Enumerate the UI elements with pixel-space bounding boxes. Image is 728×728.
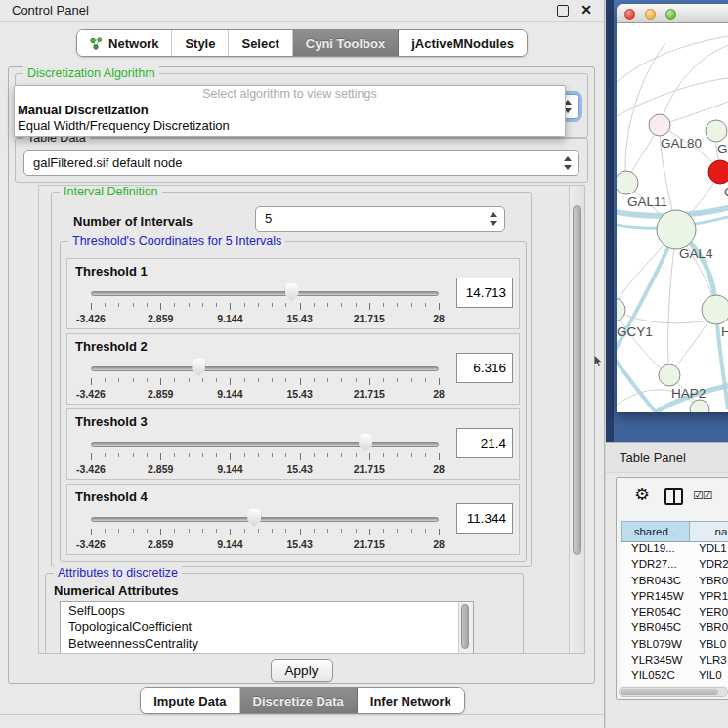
network-node[interactable]: [649, 114, 670, 136]
interval-definition-title: Interval Definition: [60, 185, 162, 198]
tick-label: 15.43: [286, 388, 312, 400]
minimize-traffic-light-icon[interactable]: [645, 9, 656, 20]
threshold-value-field[interactable]: [456, 353, 513, 383]
slider-thumb[interactable]: [247, 509, 261, 527]
tab-select[interactable]: Select: [229, 30, 292, 56]
cyni-panel: Discretization Algorithm Table Data galF…: [8, 66, 595, 684]
tick-mark: [174, 303, 175, 307]
tick-mark: [105, 303, 106, 307]
tick-mark: [383, 378, 384, 382]
table-panel-box: ⚙ ☑☑ shared... na YDL19...YDL1YDR27...YD…: [616, 477, 728, 700]
algorithm-option[interactable]: Equal Width/Frequency Discretization: [15, 118, 565, 134]
tick-mark: [189, 303, 190, 307]
network-window[interactable]: GAL80GACGAL11GAL4GCY1HHAP2: [617, 4, 728, 412]
network-node[interactable]: [617, 171, 638, 194]
attribute-list-item[interactable]: SelfLoops: [61, 602, 473, 619]
tab-impute-data[interactable]: Impute Data: [141, 688, 239, 713]
gear-icon[interactable]: ⚙: [634, 485, 650, 504]
tab-infer-network[interactable]: Infer Network: [358, 688, 464, 713]
control-panel: Control Panel ✕ NetworkStyleSelectCyni T…: [0, 0, 605, 728]
slider-track[interactable]: [91, 442, 439, 447]
tick-mark: [230, 453, 231, 460]
threshold-slider[interactable]: -3.4262.8599.14415.4321.71528: [91, 280, 439, 325]
attribute-list-item[interactable]: TopologicalCoefficient: [61, 619, 473, 635]
numerical-attributes-list[interactable]: SelfLoopsTopologicalCoefficientBetweenne…: [60, 601, 474, 654]
number-of-intervals-combobox[interactable]: 5: [255, 206, 505, 232]
network-node[interactable]: [702, 295, 728, 324]
attribute-list-item[interactable]: BetweennessCentrality: [61, 635, 473, 652]
threshold-slider[interactable]: -3.4262.8599.14415.4321.71528: [91, 506, 439, 551]
tick-mark: [356, 453, 357, 457]
slider-track[interactable]: [91, 366, 439, 371]
table-row[interactable]: YBL079WYBL0: [621, 638, 728, 654]
table-header-shared[interactable]: shared...: [622, 522, 690, 541]
network-canvas[interactable]: GAL80GACGAL11GAL4GCY1HHAP2: [617, 23, 728, 412]
tick-label: 15.43: [286, 313, 312, 324]
settings-scroll-area: Interval Definition Number of Intervals …: [38, 185, 585, 654]
table-horizontal-scrollbar[interactable]: [619, 687, 728, 697]
slider-tick-labels: -3.4262.8599.14415.4321.71528: [91, 463, 439, 475]
zoom-traffic-light-icon[interactable]: [665, 9, 676, 20]
slider-thumb[interactable]: [192, 359, 205, 376]
table-row[interactable]: YDR27...YDR2: [621, 558, 728, 574]
slider-thumb[interactable]: [285, 283, 299, 301]
right-panel: GAL80GACGAL11GAL4GCY1HHAP2 Table Panel ⚙…: [606, 0, 728, 728]
table-row[interactable]: YBR043CYBR0: [621, 575, 728, 590]
slider-track[interactable]: [91, 291, 439, 296]
threshold-slider[interactable]: -3.4262.8599.14415.4321.71528: [91, 356, 439, 401]
network-window-titlebar[interactable]: [617, 4, 728, 23]
table-header-name[interactable]: na: [690, 522, 728, 541]
table-row[interactable]: YER054CYER0: [621, 606, 728, 621]
table-row[interactable]: YDL19...YDL1: [621, 542, 728, 558]
tick-mark: [133, 529, 134, 533]
table-row[interactable]: YLR345WYLR3: [621, 654, 728, 669]
scrollbar-thumb[interactable]: [461, 604, 469, 649]
network-node[interactable]: [617, 298, 625, 321]
network-node[interactable]: [706, 120, 727, 142]
tab-style[interactable]: Style: [172, 30, 229, 56]
tick-mark: [314, 303, 315, 307]
table-row[interactable]: YIL052CYIL0: [621, 669, 728, 685]
slider-track[interactable]: [91, 517, 439, 522]
tab-cyni-toolbox[interactable]: Cyni Toolbox: [293, 30, 399, 56]
tick-mark: [244, 303, 245, 307]
network-node[interactable]: [708, 160, 728, 184]
threshold-value-field[interactable]: [456, 503, 513, 534]
tab-network[interactable]: Network: [77, 30, 172, 56]
network-node[interactable]: [659, 364, 680, 386]
tick-label: 9.144: [217, 313, 242, 324]
settings-vertical-scrollbar[interactable]: [569, 186, 584, 653]
tick-mark: [285, 303, 286, 307]
table-header-row: shared... na: [621, 521, 728, 542]
attributes-list-scrollbar[interactable]: [458, 602, 473, 654]
algorithm-option[interactable]: Manual Discretization: [15, 103, 565, 118]
table-data-combobox[interactable]: galFiltered.sif default node: [23, 150, 579, 176]
scrollbar-thumb[interactable]: [621, 689, 718, 695]
column-split-icon[interactable]: [664, 488, 683, 505]
tick-mark: [189, 453, 190, 457]
stepper-icon: [490, 211, 498, 227]
threshold-value-field[interactable]: [456, 278, 513, 308]
tick-mark: [272, 378, 273, 382]
float-window-icon[interactable]: [557, 5, 569, 17]
tab-jactivemnodules[interactable]: jActiveMNodules: [399, 30, 527, 56]
close-icon[interactable]: ✕: [580, 2, 592, 18]
close-traffic-light-icon[interactable]: [624, 9, 635, 20]
tick-mark: [202, 378, 203, 382]
table-row[interactable]: YPR145WYPR1: [621, 590, 728, 606]
cell-shared-name: YER054C: [621, 606, 688, 621]
apply-button[interactable]: Apply: [271, 659, 333, 682]
table-row[interactable]: YBR045CYBR0: [621, 621, 728, 637]
threshold-slider[interactable]: -3.4262.8599.14415.4321.71528: [91, 431, 439, 476]
tick-mark: [216, 453, 217, 457]
checkbox-icons[interactable]: ☑☑: [693, 489, 712, 502]
tick-label: 2.859: [148, 538, 173, 550]
slider-thumb[interactable]: [359, 434, 372, 451]
threshold-value-field[interactable]: [456, 428, 513, 458]
tick-mark: [383, 529, 384, 533]
scrollbar-thumb[interactable]: [573, 205, 581, 555]
tab-discretize-data[interactable]: Discretize Data: [240, 688, 358, 713]
tick-mark: [160, 378, 161, 385]
network-node[interactable]: [657, 210, 696, 249]
number-of-intervals-value: 5: [265, 211, 272, 226]
